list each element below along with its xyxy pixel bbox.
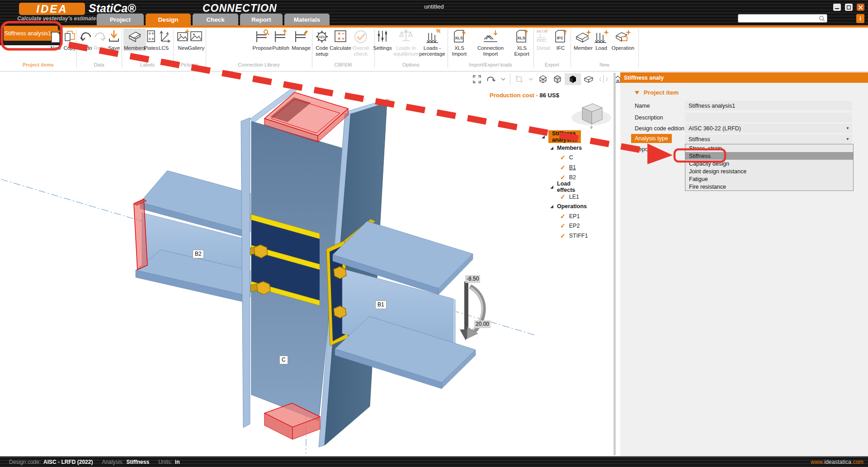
info-button[interactable]: i (856, 14, 864, 23)
search-icon (819, 15, 826, 22)
close-icon (859, 5, 863, 10)
section-crop-icon[interactable] (515, 75, 523, 83)
maximize-icon (847, 5, 851, 10)
moment-value-badge: 20.00 (474, 320, 491, 328)
viewport-panel-divider[interactable] (613, 73, 616, 455)
connection-3d-model (0, 0, 617, 457)
minimize-button[interactable] (833, 4, 841, 11)
properties-panel: Stiffness analy Project item Name Stiffn… (620, 72, 868, 456)
tree-item-c[interactable]: ✓C (560, 153, 573, 162)
idea-statica-connection-window: IDEA StatiCa® CONNECTION Calculate yeste… (0, 0, 868, 467)
website-link[interactable]: www.ideastatica.com (811, 459, 863, 465)
beam-b2-centerline (1, 179, 156, 225)
viewport-toolbar (470, 72, 625, 86)
analysis-type-select[interactable]: Stiffness▼ (685, 134, 852, 144)
design-code-edition-select[interactable]: AISC 360-22 (LRFD)▼ (685, 124, 852, 133)
production-cost: Production cost - 86 US$ (490, 92, 559, 99)
option-stress-strain[interactable]: Stress, strain (685, 144, 853, 152)
check-icon[interactable]: ✓ (560, 154, 566, 161)
option-capacity-design[interactable]: Capacity design (685, 160, 853, 167)
chevron-down-icon: ▼ (846, 126, 849, 130)
production-cost-value: 86 US$ (540, 92, 559, 99)
check-icon[interactable]: ✓ (560, 213, 566, 220)
analysis-label: Analysis: (102, 459, 123, 465)
member-label-b1[interactable]: B1 (375, 300, 387, 309)
expand-triangle-icon[interactable] (550, 205, 553, 208)
design-code-label: Design code: (9, 459, 41, 465)
units-value: in (175, 459, 180, 465)
tree-item-le1[interactable]: ✓LE1 (560, 193, 579, 201)
member-label-b2[interactable]: B2 (193, 250, 204, 258)
mirror-rotate-icon[interactable] (599, 75, 608, 84)
tree-root-stiffness-analysis[interactable]: Stiffness analysis1 (542, 133, 581, 141)
tree-item-stiff1[interactable]: ✓STIFF1 (560, 232, 588, 240)
option-stiffness[interactable]: Stiffness (685, 152, 853, 160)
close-button[interactable] (857, 4, 864, 11)
wireframe-view-icon[interactable] (538, 75, 547, 84)
analysis-type-dropdown: Stress, strain Stiffness Capacity design… (685, 144, 854, 191)
tree-item-ep2[interactable]: ✓EP2 (560, 222, 580, 230)
tree-item-ep1[interactable]: ✓EP1 (560, 212, 580, 220)
option-fatigue[interactable]: Fatigue (685, 175, 853, 183)
transparent-view-icon[interactable] (584, 75, 594, 83)
expand-triangle-icon[interactable] (550, 147, 553, 150)
column-left-flange (241, 118, 250, 428)
tree-section-members[interactable]: Members (550, 144, 582, 152)
maximize-button[interactable] (845, 4, 853, 11)
check-icon[interactable]: ✓ (560, 174, 566, 181)
check-icon[interactable]: ✓ (560, 193, 566, 200)
collapse-triangle-icon[interactable] (635, 91, 639, 95)
field-label-design-code-edition: Design code edition (635, 125, 684, 132)
chevron-down-icon[interactable] (501, 77, 505, 81)
chevron-down-icon[interactable] (528, 77, 533, 81)
tree-item-b1[interactable]: ✓B1 (560, 163, 576, 172)
field-label-name: Name (635, 103, 650, 109)
solid-view-icon[interactable] (565, 73, 581, 85)
chevron-down-icon: ▼ (846, 137, 849, 141)
zoom-fit-icon[interactable] (473, 75, 481, 83)
option-fire-resistance[interactable]: Fire resistance (685, 183, 853, 191)
production-cost-label: Production cost (490, 92, 534, 99)
section-project-item[interactable]: Project item (635, 89, 679, 96)
minimize-icon (835, 5, 839, 10)
toolbar-separator (510, 74, 510, 85)
tree-section-load-effects[interactable]: Load effects (550, 183, 575, 191)
search-input[interactable] (738, 14, 827, 23)
check-icon[interactable]: ✓ (560, 164, 566, 171)
description-field[interactable] (685, 113, 852, 122)
expand-triangle-icon[interactable] (542, 135, 545, 138)
rotation-value-badge: -8.50 (465, 275, 480, 283)
check-icon[interactable]: ✓ (560, 232, 566, 239)
status-bar: Design code: AISC - LRFD (2022) Analysis… (0, 456, 868, 467)
check-icon[interactable]: ✓ (560, 222, 566, 229)
navigation-cube[interactable] (569, 97, 614, 129)
rotate-view-icon[interactable] (486, 75, 495, 83)
analysis-value: Stiffness (126, 459, 149, 465)
design-code-value: AISC - LRFD (2022) (43, 459, 93, 465)
field-label-description: Description (635, 114, 663, 121)
beam-b2 (134, 171, 250, 302)
group-separator (638, 29, 639, 68)
field-label-report: Report (635, 146, 652, 152)
panel-title: Stiffness analy (620, 72, 868, 83)
units-label: Units: (158, 459, 172, 465)
option-joint-design-resistance[interactable]: Joint design resistance (685, 167, 853, 175)
rotation-dimension-arrow (460, 281, 484, 340)
member-label-c[interactable]: C (279, 356, 288, 364)
expand-triangle-icon[interactable] (550, 186, 553, 189)
field-label-analysis-type: Analysis type (631, 134, 672, 143)
tree-section-operations[interactable]: Operations (550, 202, 587, 210)
name-field[interactable]: Stiffness analysis1 (685, 101, 852, 110)
hidden-line-view-icon[interactable] (553, 75, 562, 84)
